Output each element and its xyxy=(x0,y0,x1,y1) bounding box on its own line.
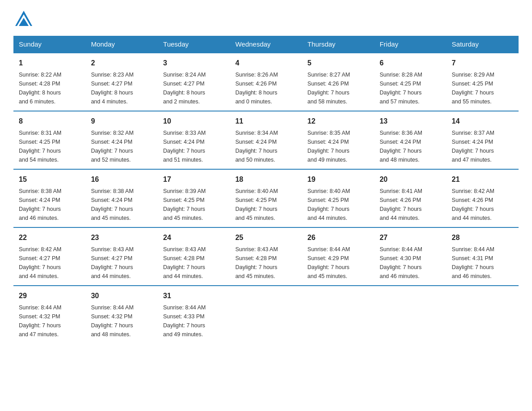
day-info: Sunrise: 8:40 AMSunset: 4:25 PMDaylight:… xyxy=(308,187,369,223)
logo-icon xyxy=(13,9,34,31)
day-info: Sunrise: 8:29 AMSunset: 4:25 PMDaylight:… xyxy=(452,70,513,106)
day-cell: 15 Sunrise: 8:38 AMSunset: 4:24 PMDaylig… xyxy=(13,169,86,227)
day-cell: 8 Sunrise: 8:31 AMSunset: 4:25 PMDayligh… xyxy=(13,111,86,169)
day-cell: 9 Sunrise: 8:32 AMSunset: 4:24 PMDayligh… xyxy=(86,111,158,169)
day-number: 27 xyxy=(380,232,441,243)
calendar-table: Sunday Monday Tuesday Wednesday Thursday… xyxy=(13,36,519,343)
day-cell: 4 Sunrise: 8:26 AMSunset: 4:26 PMDayligh… xyxy=(230,53,302,111)
day-cell: 26 Sunrise: 8:44 AMSunset: 4:29 PMDaylig… xyxy=(302,227,374,286)
day-cell: 3 Sunrise: 8:24 AMSunset: 4:27 PMDayligh… xyxy=(158,53,230,111)
week-row-3: 15 Sunrise: 8:38 AMSunset: 4:24 PMDaylig… xyxy=(13,169,519,227)
col-wednesday: Wednesday xyxy=(230,36,302,53)
week-row-5: 29 Sunrise: 8:44 AMSunset: 4:32 PMDaylig… xyxy=(13,286,519,343)
day-number: 17 xyxy=(163,174,224,185)
week-row-1: 1 Sunrise: 8:22 AMSunset: 4:28 PMDayligh… xyxy=(13,53,519,111)
day-number: 15 xyxy=(19,174,80,185)
day-info: Sunrise: 8:44 AMSunset: 4:30 PMDaylight:… xyxy=(380,245,441,281)
day-cell: 25 Sunrise: 8:43 AMSunset: 4:28 PMDaylig… xyxy=(230,227,302,286)
day-number: 26 xyxy=(308,232,369,243)
day-cell xyxy=(446,286,519,343)
day-number: 19 xyxy=(308,174,369,185)
day-info: Sunrise: 8:44 AMSunset: 4:33 PMDaylight:… xyxy=(163,303,224,339)
col-tuesday: Tuesday xyxy=(158,36,230,53)
day-cell: 17 Sunrise: 8:39 AMSunset: 4:25 PMDaylig… xyxy=(158,169,230,227)
day-number: 12 xyxy=(308,116,369,127)
day-cell: 23 Sunrise: 8:43 AMSunset: 4:27 PMDaylig… xyxy=(86,227,158,286)
day-cell: 21 Sunrise: 8:42 AMSunset: 4:26 PMDaylig… xyxy=(446,169,519,227)
header-row: Sunday Monday Tuesday Wednesday Thursday… xyxy=(13,36,519,53)
day-cell: 27 Sunrise: 8:44 AMSunset: 4:30 PMDaylig… xyxy=(374,227,446,286)
day-number: 23 xyxy=(91,232,152,243)
day-cell: 28 Sunrise: 8:44 AMSunset: 4:31 PMDaylig… xyxy=(446,227,519,286)
day-info: Sunrise: 8:31 AMSunset: 4:25 PMDaylight:… xyxy=(19,128,80,164)
day-info: Sunrise: 8:38 AMSunset: 4:24 PMDaylight:… xyxy=(19,187,80,223)
day-info: Sunrise: 8:28 AMSunset: 4:25 PMDaylight:… xyxy=(380,70,441,106)
day-info: Sunrise: 8:43 AMSunset: 4:27 PMDaylight:… xyxy=(91,245,152,281)
day-number: 7 xyxy=(452,58,513,68)
day-number: 31 xyxy=(163,291,224,301)
day-number: 5 xyxy=(308,58,369,68)
day-cell: 11 Sunrise: 8:34 AMSunset: 4:24 PMDaylig… xyxy=(230,111,302,169)
day-number: 30 xyxy=(91,291,152,301)
day-cell: 12 Sunrise: 8:35 AMSunset: 4:24 PMDaylig… xyxy=(302,111,374,169)
col-monday: Monday xyxy=(86,36,158,53)
day-info: Sunrise: 8:42 AMSunset: 4:27 PMDaylight:… xyxy=(19,245,80,281)
day-info: Sunrise: 8:43 AMSunset: 4:28 PMDaylight:… xyxy=(163,245,224,281)
calendar-header: Sunday Monday Tuesday Wednesday Thursday… xyxy=(13,36,519,53)
day-number: 16 xyxy=(91,174,152,185)
day-info: Sunrise: 8:32 AMSunset: 4:24 PMDaylight:… xyxy=(91,128,152,164)
col-thursday: Thursday xyxy=(302,36,374,53)
day-number: 14 xyxy=(452,116,513,127)
day-cell: 5 Sunrise: 8:27 AMSunset: 4:26 PMDayligh… xyxy=(302,53,374,111)
day-number: 2 xyxy=(91,58,152,68)
day-number: 25 xyxy=(235,232,296,243)
day-cell: 16 Sunrise: 8:38 AMSunset: 4:24 PMDaylig… xyxy=(86,169,158,227)
day-info: Sunrise: 8:39 AMSunset: 4:25 PMDaylight:… xyxy=(163,187,224,223)
calendar-body: 1 Sunrise: 8:22 AMSunset: 4:28 PMDayligh… xyxy=(13,53,519,343)
day-info: Sunrise: 8:37 AMSunset: 4:24 PMDaylight:… xyxy=(452,128,513,164)
day-number: 13 xyxy=(380,116,441,127)
day-info: Sunrise: 8:26 AMSunset: 4:26 PMDaylight:… xyxy=(235,70,296,106)
day-number: 8 xyxy=(19,116,80,127)
col-friday: Friday xyxy=(374,36,446,53)
day-cell: 6 Sunrise: 8:28 AMSunset: 4:25 PMDayligh… xyxy=(374,53,446,111)
day-number: 10 xyxy=(163,116,224,127)
day-cell xyxy=(302,286,374,343)
day-info: Sunrise: 8:23 AMSunset: 4:27 PMDaylight:… xyxy=(91,70,152,106)
day-cell: 13 Sunrise: 8:36 AMSunset: 4:24 PMDaylig… xyxy=(374,111,446,169)
day-info: Sunrise: 8:33 AMSunset: 4:24 PMDaylight:… xyxy=(163,128,224,164)
day-number: 24 xyxy=(163,232,224,243)
day-info: Sunrise: 8:44 AMSunset: 4:32 PMDaylight:… xyxy=(91,303,152,339)
week-row-2: 8 Sunrise: 8:31 AMSunset: 4:25 PMDayligh… xyxy=(13,111,519,169)
day-number: 3 xyxy=(163,58,224,68)
day-cell: 1 Sunrise: 8:22 AMSunset: 4:28 PMDayligh… xyxy=(13,53,86,111)
day-number: 21 xyxy=(452,174,513,185)
day-number: 6 xyxy=(380,58,441,68)
day-info: Sunrise: 8:38 AMSunset: 4:24 PMDaylight:… xyxy=(91,187,152,223)
day-number: 29 xyxy=(19,291,80,301)
day-info: Sunrise: 8:36 AMSunset: 4:24 PMDaylight:… xyxy=(380,128,441,164)
day-info: Sunrise: 8:41 AMSunset: 4:26 PMDaylight:… xyxy=(380,187,441,223)
day-cell: 2 Sunrise: 8:23 AMSunset: 4:27 PMDayligh… xyxy=(86,53,158,111)
day-number: 28 xyxy=(452,232,513,243)
day-info: Sunrise: 8:24 AMSunset: 4:27 PMDaylight:… xyxy=(163,70,224,106)
day-cell xyxy=(374,286,446,343)
day-number: 9 xyxy=(91,116,152,127)
day-cell: 14 Sunrise: 8:37 AMSunset: 4:24 PMDaylig… xyxy=(446,111,519,169)
day-number: 18 xyxy=(235,174,296,185)
day-info: Sunrise: 8:44 AMSunset: 4:29 PMDaylight:… xyxy=(308,245,369,281)
day-info: Sunrise: 8:35 AMSunset: 4:24 PMDaylight:… xyxy=(308,128,369,164)
day-cell: 18 Sunrise: 8:40 AMSunset: 4:25 PMDaylig… xyxy=(230,169,302,227)
week-row-4: 22 Sunrise: 8:42 AMSunset: 4:27 PMDaylig… xyxy=(13,227,519,286)
day-cell xyxy=(230,286,302,343)
page-header xyxy=(13,9,519,31)
day-cell: 7 Sunrise: 8:29 AMSunset: 4:25 PMDayligh… xyxy=(446,53,519,111)
day-number: 11 xyxy=(235,116,296,127)
day-cell: 20 Sunrise: 8:41 AMSunset: 4:26 PMDaylig… xyxy=(374,169,446,227)
day-cell: 10 Sunrise: 8:33 AMSunset: 4:24 PMDaylig… xyxy=(158,111,230,169)
col-saturday: Saturday xyxy=(446,36,519,53)
day-info: Sunrise: 8:22 AMSunset: 4:28 PMDaylight:… xyxy=(19,70,80,106)
logo xyxy=(13,9,37,31)
day-number: 1 xyxy=(19,58,80,68)
day-cell: 29 Sunrise: 8:44 AMSunset: 4:32 PMDaylig… xyxy=(13,286,86,343)
